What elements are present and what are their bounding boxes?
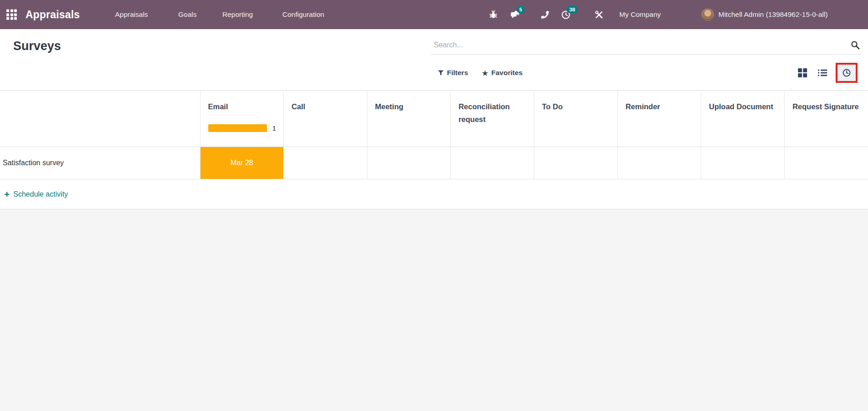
annotation-highlight-box (836, 63, 858, 83)
search-bar (431, 36, 861, 55)
column-header-email: Email 1 (200, 91, 284, 147)
table-row: Satisfaction survey Mar 28 (0, 147, 868, 179)
schedule-activity-button[interactable]: + Schedule activity (0, 189, 200, 199)
star-icon: ★ (482, 70, 488, 76)
kanban-view-button[interactable] (793, 66, 813, 80)
menu-configuration[interactable]: Configuration (282, 10, 324, 19)
list-view-button[interactable] (813, 66, 833, 79)
user-avatar[interactable] (702, 9, 714, 21)
activities-clock-icon[interactable]: 38 (561, 10, 571, 20)
user-menu[interactable]: Mitchell Admin (13984962-15-0-all) (718, 10, 828, 19)
activity-cell-request-signature[interactable] (784, 147, 868, 179)
menu-goals[interactable]: Goals (178, 10, 197, 19)
list-icon (818, 69, 827, 76)
activity-view-button[interactable] (838, 65, 856, 81)
kanban-icon (798, 68, 807, 77)
filters-button[interactable]: Filters (438, 69, 468, 77)
column-header-todo: To Do (534, 91, 618, 147)
apps-menu-icon[interactable] (6, 10, 17, 20)
bug-icon[interactable] (488, 10, 498, 20)
odoo-app-window: Appraisals Appraisals Goals Reporting Co… (0, 0, 868, 411)
activity-cell-upload-document[interactable] (701, 147, 785, 179)
page-title: Surveys (13, 39, 61, 53)
search-icon[interactable] (849, 39, 861, 51)
column-header-reconciliation-request: Reconciliation request (451, 91, 534, 147)
column-header-request-signature: Request Signature (784, 91, 868, 147)
menu-appraisals[interactable]: Appraisals (115, 10, 148, 19)
record-column-header (0, 91, 200, 147)
column-header-upload-document: Upload Document (701, 91, 785, 147)
messages-icon[interactable]: 5 (511, 10, 521, 20)
top-navbar: Appraisals Appraisals Goals Reporting Co… (0, 0, 868, 29)
column-header-call: Call (284, 91, 367, 147)
email-progress: 1 (208, 124, 276, 132)
activity-cell-meeting[interactable] (367, 147, 451, 179)
view-switcher (793, 63, 858, 83)
control-panel: Surveys Filters ★ Favorites (0, 29, 868, 90)
record-name[interactable]: Satisfaction survey (0, 159, 200, 167)
page-background (0, 209, 868, 411)
filter-bar: Filters ★ Favorites (0, 62, 868, 84)
activity-cell-reminder[interactable] (617, 147, 701, 179)
activity-header-row: Email 1 Call Meeting Reconciliation requ… (0, 91, 868, 147)
activity-cell-reconciliation-request[interactable] (451, 147, 534, 179)
app-title[interactable]: Appraisals (25, 9, 80, 21)
schedule-activity-row: + Schedule activity (0, 179, 868, 209)
activity-clock-icon (842, 68, 851, 77)
phone-icon[interactable] (540, 10, 550, 20)
activity-cell-call[interactable] (284, 147, 367, 179)
search-input[interactable] (431, 41, 849, 49)
funnel-icon (438, 70, 444, 76)
plus-icon: + (4, 189, 10, 199)
messages-badge: 5 (517, 6, 525, 13)
favorites-button[interactable]: ★ Favorites (482, 69, 522, 77)
schedule-row-empty-area (200, 179, 868, 209)
activities-badge: 38 (567, 6, 578, 13)
company-switcher[interactable]: My Company (619, 10, 661, 19)
tools-icon[interactable] (594, 10, 604, 20)
email-progressbar[interactable] (208, 124, 267, 132)
activity-cell-email-due[interactable]: Mar 28 (201, 147, 284, 179)
column-header-meeting: Meeting (367, 91, 451, 147)
column-header-reminder: Reminder (617, 91, 701, 147)
email-count: 1 (272, 124, 276, 132)
menu-reporting[interactable]: Reporting (222, 10, 253, 19)
activity-cell-todo[interactable] (534, 147, 618, 179)
activity-view-table: Email 1 Call Meeting Reconciliation requ… (0, 90, 868, 209)
